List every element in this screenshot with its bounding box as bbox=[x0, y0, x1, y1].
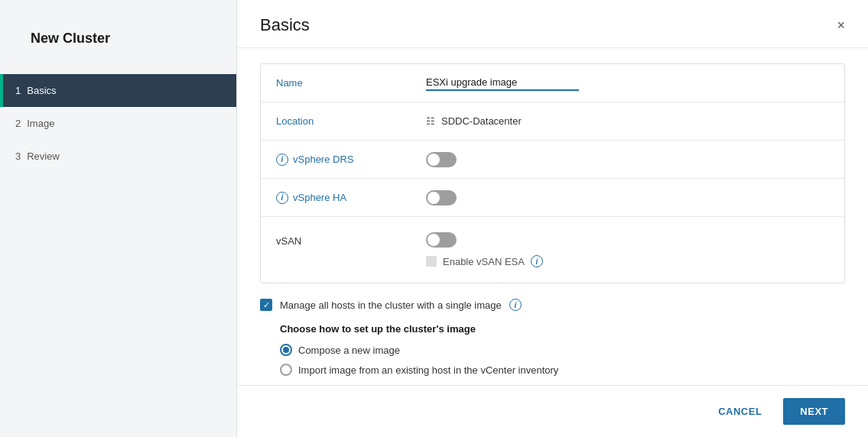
sidebar: New Cluster 1 Basics 2 Image 3 Review bbox=[0, 0, 237, 437]
sidebar-item-review[interactable]: 3 Review bbox=[0, 140, 236, 173]
manage-hosts-label: Manage all hosts in the cluster with a s… bbox=[280, 299, 502, 311]
vsphere-drs-slider bbox=[426, 152, 457, 167]
location-row: Location ☷ SDDC-Datacenter bbox=[261, 102, 844, 141]
vsan-row: vSAN Enable vSAN ESA i bbox=[261, 217, 844, 283]
sidebar-title: New Cluster bbox=[15, 31, 221, 62]
main-body: Name Location ☷ SDDC-Datacenter i vSpher… bbox=[237, 48, 868, 385]
form-table: Name Location ☷ SDDC-Datacenter i vSpher… bbox=[260, 63, 845, 283]
manage-hosts-info-icon[interactable]: i bbox=[509, 299, 522, 311]
vsphere-ha-slider bbox=[426, 190, 457, 206]
vsan-label: vSAN bbox=[261, 225, 414, 256]
page-title: Basics bbox=[260, 15, 310, 35]
vsphere-drs-label: i vSphere DRS bbox=[261, 144, 414, 175]
step-label-basics: Basics bbox=[27, 85, 56, 96]
esa-checkbox[interactable] bbox=[426, 256, 437, 267]
image-setup-title: Choose how to set up the cluster's image bbox=[280, 323, 845, 335]
vsan-esa-row: Enable vSAN ESA i bbox=[426, 255, 543, 267]
location-label: Location bbox=[261, 106, 414, 136]
cancel-button[interactable]: CANCEL bbox=[706, 400, 774, 423]
vsan-esa-info-icon[interactable]: i bbox=[531, 255, 543, 267]
vsphere-drs-row: i vSphere DRS bbox=[261, 141, 844, 179]
radio-compose-btn[interactable] bbox=[280, 344, 292, 356]
location-text: SDDC-Datacenter bbox=[441, 115, 522, 127]
vsphere-ha-row: i vSphere HA bbox=[261, 179, 844, 217]
close-button[interactable]: × bbox=[837, 18, 845, 32]
sidebar-nav: 1 Basics 2 Image 3 Review bbox=[0, 74, 236, 173]
vsphere-drs-info-icon[interactable]: i bbox=[276, 154, 288, 166]
sidebar-item-basics[interactable]: 1 Basics bbox=[0, 74, 236, 107]
next-button[interactable]: NEXT bbox=[783, 398, 845, 425]
esa-label: Enable vSAN ESA bbox=[443, 256, 525, 267]
image-setup-section: Choose how to set up the cluster's image… bbox=[280, 323, 845, 376]
main-panel: Basics × Name Location ☷ SDDC-Datacenter bbox=[237, 0, 868, 437]
name-row: Name bbox=[261, 64, 844, 102]
radio-compose-label: Compose a new image bbox=[298, 345, 400, 356]
vsan-slider bbox=[426, 232, 457, 248]
vsphere-ha-info-icon[interactable]: i bbox=[276, 192, 288, 204]
step-label-review: Review bbox=[27, 151, 60, 162]
main-header: Basics × bbox=[237, 0, 868, 48]
location-icon: ☷ bbox=[426, 115, 435, 127]
step-number-1: 1 bbox=[15, 85, 21, 96]
vsphere-drs-toggle[interactable] bbox=[426, 152, 457, 167]
name-value bbox=[414, 66, 844, 100]
vsan-toggle[interactable] bbox=[426, 232, 457, 248]
vsphere-drs-label-text: vSphere DRS bbox=[293, 154, 353, 165]
vsphere-ha-label: i vSphere HA bbox=[261, 183, 414, 213]
vsan-content: Enable vSAN ESA i bbox=[414, 225, 555, 275]
sidebar-item-image[interactable]: 2 Image bbox=[0, 107, 236, 140]
vsphere-ha-toggle[interactable] bbox=[426, 190, 457, 206]
radio-import-label: Import image from an existing host in th… bbox=[298, 364, 558, 376]
vsphere-drs-toggle-container bbox=[414, 143, 844, 176]
radio-import[interactable]: Import image from an existing host in th… bbox=[280, 364, 845, 376]
step-number-2: 2 bbox=[15, 118, 21, 129]
manage-hosts-section: Manage all hosts in the cluster with a s… bbox=[260, 299, 845, 311]
step-number-3: 3 bbox=[15, 151, 21, 162]
name-input[interactable] bbox=[426, 75, 579, 91]
radio-compose[interactable]: Compose a new image bbox=[280, 344, 845, 356]
step-label-image: Image bbox=[27, 118, 54, 129]
name-label: Name bbox=[261, 68, 414, 98]
main-footer: CANCEL NEXT bbox=[237, 385, 868, 437]
location-value: ☷ SDDC-Datacenter bbox=[414, 106, 844, 136]
radio-import-btn[interactable] bbox=[280, 364, 292, 376]
vsphere-ha-toggle-container bbox=[414, 181, 844, 215]
manage-hosts-checkbox[interactable] bbox=[260, 299, 272, 311]
vsphere-ha-label-text: vSphere HA bbox=[293, 192, 346, 203]
